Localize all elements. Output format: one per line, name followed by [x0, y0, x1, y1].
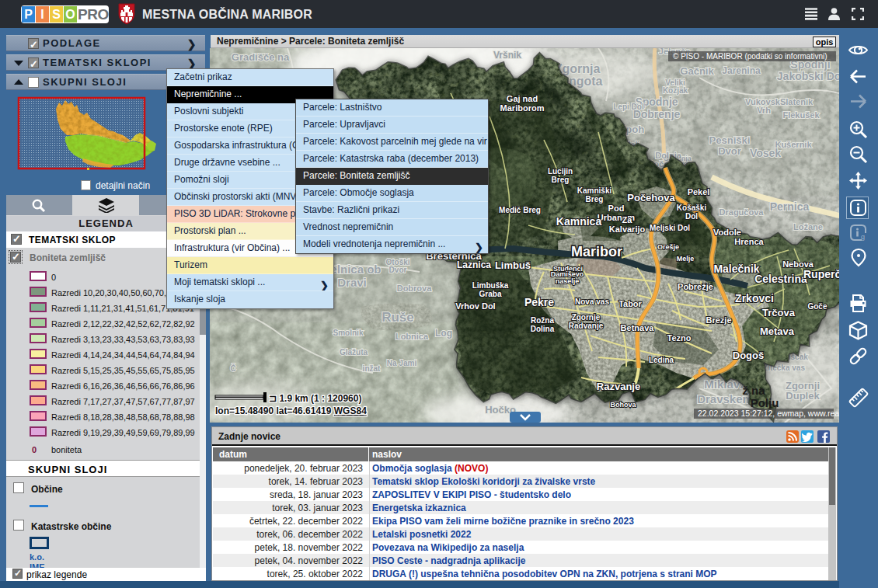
svg-text:Košaški: Košaški: [677, 204, 707, 212]
svg-text:Malečnik: Malečnik: [713, 263, 759, 275]
svg-text:Vršnik: Vršnik: [493, 50, 521, 61]
svg-text:Kamnica: Kamnica: [556, 215, 602, 228]
svg-text:Počehova: Počehova: [627, 192, 675, 204]
svg-text:Lobnica: Lobnica: [395, 332, 429, 341]
svg-text:Ruše: Ruše: [382, 310, 414, 325]
svg-text:Breg: Breg: [586, 195, 604, 204]
svg-text:Lepi Dol: Lepi Dol: [613, 103, 644, 111]
svg-text:ž na: ž na: [742, 384, 765, 397]
svg-text:Vodole: Vodole: [713, 228, 741, 237]
svg-text:Melje: Melje: [677, 255, 695, 263]
svg-text:Log: Log: [435, 328, 452, 339]
svg-text:Dolina: Dolina: [531, 325, 555, 333]
svg-text:Radvanje: Radvanje: [569, 322, 604, 330]
svg-text:⊐ 1.9 km (1 : 120960): ⊐ 1.9 km (1 : 120960): [269, 393, 361, 404]
svg-text:Dol: Dol: [685, 212, 698, 221]
svg-text:Duplek: Duplek: [786, 390, 820, 402]
svg-text:Dogoš: Dogoš: [733, 350, 764, 361]
svg-text:Za: Za: [622, 215, 633, 224]
svg-text:Trčova: Trčova: [762, 307, 796, 318]
svg-text:Pesniški: Pesniški: [709, 134, 751, 146]
svg-text:Ruperče: Ruperče: [803, 268, 839, 280]
svg-text:Limbuška: Limbuška: [472, 281, 509, 290]
svg-text:Razvanje: Razvanje: [597, 381, 640, 392]
svg-text:Polju: Polju: [751, 396, 779, 409]
svg-text:Tezno: Tezno: [667, 333, 692, 343]
svg-text:Pekre: Pekre: [524, 296, 554, 308]
svg-text:Ložane: Ložane: [793, 222, 823, 231]
svg-text:Betnava: Betnava: [621, 323, 655, 332]
svg-text:Vrh: Vrh: [757, 106, 771, 115]
svg-text:Kalvarijo: Kalvarijo: [609, 224, 646, 234]
svg-text:Jakobski Dol: Jakobski Dol: [777, 70, 839, 82]
svg-text:Lucijin: Lucijin: [548, 167, 573, 176]
svg-text:Rožna: Rožna: [531, 316, 554, 325]
svg-text:Bohova: Bohova: [610, 401, 636, 409]
svg-text:Hrenca: Hrenca: [734, 237, 764, 246]
svg-text:Dvor: Dvor: [718, 145, 741, 157]
svg-text:naselje: naselje: [556, 277, 580, 285]
svg-text:Gradišče na: Gradišče na: [232, 51, 290, 63]
svg-text:22.02.2023 15:27:12, ewmap, ww: 22.02.2023 15:27:12, ewmap, www.realis.s…: [698, 409, 839, 418]
svg-text:Pernica: Pernica: [770, 200, 810, 213]
svg-text:Celestrina: Celestrina: [754, 273, 807, 285]
svg-text:Medič Breg: Medič Breg: [499, 206, 541, 214]
svg-text:Jarenina: Jarenina: [722, 65, 761, 76]
svg-text:Pobrežje: Pobrežje: [678, 282, 713, 291]
svg-text:Kamniški: Kamniški: [577, 186, 612, 195]
svg-text:Pod: Pod: [608, 204, 625, 213]
svg-text:© PISO - MARIBOR (podatki so i: © PISO - MARIBOR (podatki so informativn…: [673, 52, 827, 61]
svg-text:Brezje: Brezje: [706, 315, 731, 325]
svg-text:Dobrova: Dobrova: [397, 284, 433, 293]
svg-text:Tabor: Tabor: [618, 299, 642, 308]
svg-text:Maribor: Maribor: [571, 244, 622, 259]
svg-text:Goče: Goče: [807, 302, 827, 311]
svg-text:Gačnik: Gačnik: [680, 65, 714, 77]
svg-text:Orešje: Orešje: [657, 243, 679, 251]
svg-text:Meljski Dol: Meljski Dol: [650, 224, 690, 232]
svg-text:Slatenik: Slatenik: [780, 97, 814, 106]
svg-text:Flekušek: Flekušek: [782, 110, 820, 120]
svg-text:Mariborom: Mariborom: [500, 103, 545, 113]
svg-text:lon=15.48490 lat=46.61419: lon=15.48490 lat=46.61419 WGS84: [215, 405, 367, 416]
svg-text:Glažuta: Glažuta: [340, 348, 368, 357]
svg-text:Ledina: Ledina: [649, 356, 674, 364]
svg-text:Kozjak: Kozjak: [663, 86, 688, 95]
svg-text:Na Jami: Na Jami: [387, 359, 417, 367]
svg-text:Dravi: Dravi: [337, 276, 367, 289]
svg-text:Vrhov Dol: Vrhov Dol: [455, 301, 495, 311]
svg-text:Vosek: Vosek: [750, 147, 781, 159]
svg-text:Limbuš: Limbuš: [495, 259, 531, 271]
svg-text:Smolnik: Smolnik: [333, 329, 364, 337]
svg-text:g: g: [861, 233, 865, 241]
svg-text:Nova vas: Nova vas: [575, 297, 609, 306]
svg-text:Gaj nad: Gaj nad: [507, 94, 538, 103]
svg-text:Pekel: Pekel: [688, 187, 710, 197]
svg-text:Zgornje: Zgornje: [572, 313, 601, 322]
svg-text:Zrkovci: Zrkovci: [735, 292, 774, 304]
svg-text:Dvor: Dvor: [389, 266, 407, 274]
svg-text:Dragučova: Dragučova: [719, 207, 765, 217]
svg-text:Breg: Breg: [552, 176, 570, 184]
svg-text:Metava: Metava: [760, 325, 795, 337]
svg-text:Graba: Graba: [479, 290, 502, 298]
